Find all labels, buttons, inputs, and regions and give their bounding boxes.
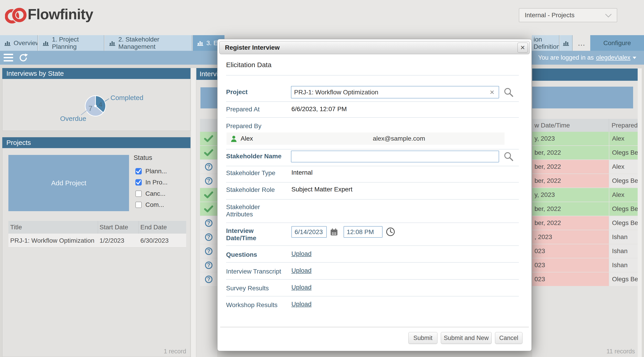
table-row[interactable] xyxy=(200,146,217,160)
workshop-upload-link[interactable]: Upload xyxy=(292,300,312,308)
status-filter-label: Status xyxy=(134,154,152,162)
status-filter-cancelled[interactable]: Canc... xyxy=(136,190,166,197)
search-icon[interactable] xyxy=(504,87,514,97)
interview-time-input[interactable] xyxy=(344,226,382,238)
table-row[interactable]: ber, 2022 Alex xyxy=(532,160,638,174)
table-row[interactable]: ber, 2022 Olegs Be xyxy=(532,174,638,188)
table-row[interactable]: ber, 2022 Olegs Be xyxy=(532,216,638,230)
interviews-record-count: 11 records xyxy=(567,348,635,355)
caret-down-icon[interactable] xyxy=(633,57,636,59)
workspace-selector[interactable]: Internal - Projects xyxy=(519,8,617,22)
table-row[interactable]: y, 2023 Alex xyxy=(532,132,638,146)
tab-definition[interactable]: ion Definition xyxy=(532,35,560,51)
tab-chart-icon-only[interactable] xyxy=(560,35,572,51)
bar-chart-icon xyxy=(109,40,116,46)
tab-stakeholder-management[interactable]: 2. Stakeholder Management xyxy=(105,35,192,51)
table-row[interactable]: 023 Ishan xyxy=(532,258,638,272)
cancel-button[interactable]: Cancel xyxy=(495,332,522,344)
checkbox-checked-icon[interactable] xyxy=(136,179,142,186)
register-interview-button-left-clip[interactable] xyxy=(200,87,217,108)
prepared-by-row[interactable]: Alex alex@sample.com xyxy=(226,132,504,145)
column-title[interactable]: Title xyxy=(10,224,22,231)
submit-button[interactable]: Submit xyxy=(408,332,438,344)
status-question-icon: ? xyxy=(205,234,212,241)
stakeholder-type-value: Internal xyxy=(292,169,312,176)
cell-end-date: 6/30/2023 xyxy=(140,237,169,244)
cell-prepared-by: Olegs Be xyxy=(609,202,638,216)
pie-center-dot xyxy=(94,105,97,107)
transcript-upload-link[interactable]: Upload xyxy=(292,267,312,274)
table-row[interactable]: y, 2023 Alex xyxy=(532,188,638,202)
calendar-icon[interactable] xyxy=(330,228,338,236)
tab-configure[interactable]: Configure xyxy=(590,35,644,51)
table-row[interactable]: 023 Ishan xyxy=(532,244,638,258)
table-row[interactable]: ? xyxy=(200,258,217,272)
completed-leader-line xyxy=(105,99,109,102)
column-start-date[interactable]: Start Date xyxy=(100,224,128,231)
table-row[interactable] xyxy=(200,132,217,146)
clock-icon[interactable] xyxy=(386,227,395,236)
column-prepared-by[interactable]: Prepared xyxy=(612,122,638,129)
cell-interview-date: ber, 2022 xyxy=(532,146,609,160)
status-filter-inprogress[interactable]: In Pro... xyxy=(136,179,168,186)
stakeholder-name-input[interactable] xyxy=(291,150,499,162)
column-end-date[interactable]: End Date xyxy=(140,224,167,231)
app-window: Flowfinity Internal - Projects Overview … xyxy=(0,0,644,357)
column-interview-datetime[interactable]: w Date/Time xyxy=(534,122,570,129)
cell-interview-date: ber, 2022 xyxy=(532,216,609,230)
table-row[interactable]: ? xyxy=(200,160,217,174)
top-bar: Flowfinity Internal - Projects xyxy=(0,0,644,35)
workshop-label: Workshop Results xyxy=(226,302,283,309)
survey-upload-link[interactable]: Upload xyxy=(292,284,312,291)
table-row[interactable]: ? xyxy=(200,244,217,258)
table-row[interactable]: ber, 2022 Olegs Be xyxy=(532,202,638,216)
cell-interview-date: ber, 2022 xyxy=(532,160,609,174)
interview-date-input[interactable] xyxy=(292,226,327,238)
login-status: You are logged in as olegdev\alex xyxy=(538,51,636,65)
status-question-icon: ? xyxy=(205,219,212,227)
modal-title-bar[interactable]: Register Interview ✕ xyxy=(219,41,530,54)
table-row[interactable]: PRJ-1: Workflow Optimization 1/2/2023 6/… xyxy=(8,234,186,248)
checkbox-unchecked-icon[interactable] xyxy=(136,202,142,208)
register-interview-button-right-clip[interactable] xyxy=(532,87,633,108)
tab-overview[interactable]: Overview xyxy=(0,35,38,51)
overdue-leader-line xyxy=(81,110,87,115)
panel-header-projects: Projects xyxy=(2,137,190,148)
username-link[interactable]: olegdev\alex xyxy=(596,54,630,61)
stakeholder-role-label: Stakeholder Role xyxy=(226,186,283,194)
interview-datetime-label: Interview Date/Time xyxy=(226,227,272,242)
submit-and-new-button[interactable]: Submit and New xyxy=(441,332,492,344)
table-row[interactable]: 023 Olegs Be xyxy=(532,272,638,286)
questions-upload-link[interactable]: Upload xyxy=(292,250,312,258)
interviews-by-state-pie-chart[interactable]: Completed Overdue 4 7 xyxy=(55,90,154,130)
table-row[interactable]: ? xyxy=(200,174,217,188)
status-filter-completed[interactable]: Com... xyxy=(136,201,164,208)
menu-icon[interactable] xyxy=(4,54,13,62)
status-filter-planned[interactable]: Plann... xyxy=(136,168,167,175)
close-icon[interactable]: ✕ xyxy=(518,43,528,52)
project-input[interactable] xyxy=(291,86,499,98)
add-project-button[interactable]: Add Project xyxy=(8,155,129,211)
tab-project-planning[interactable]: 1. Project Planning xyxy=(38,35,104,51)
status-check-icon xyxy=(204,206,214,212)
table-row[interactable]: ? xyxy=(200,230,217,244)
cell-prepared-by: Ishan xyxy=(609,244,638,258)
cell-interview-date: y, 2023 xyxy=(532,132,609,146)
checkbox-unchecked-icon[interactable] xyxy=(136,190,142,197)
clear-icon[interactable]: ✕ xyxy=(490,89,494,96)
refresh-icon[interactable] xyxy=(18,53,28,62)
cell-project-title: PRJ-1: Workflow Optimization xyxy=(10,237,94,244)
table-row[interactable] xyxy=(200,188,217,202)
cell-interview-date: 023 xyxy=(532,244,609,258)
tab-overflow-button[interactable]: … xyxy=(573,35,590,51)
table-row[interactable]: ber, 2022 Olegs Be xyxy=(532,146,638,160)
table-row[interactable]: , 2023 Ishan xyxy=(532,230,638,244)
cell-interview-date: ber, 2022 xyxy=(532,174,609,188)
search-icon[interactable] xyxy=(504,152,514,162)
table-row[interactable] xyxy=(200,202,217,216)
table-row[interactable]: ? xyxy=(200,272,217,286)
table-row[interactable]: ? xyxy=(200,216,217,230)
prepared-by-name: Alex xyxy=(240,135,253,142)
status-question-icon: ? xyxy=(205,276,212,283)
checkbox-checked-icon[interactable] xyxy=(136,168,142,174)
